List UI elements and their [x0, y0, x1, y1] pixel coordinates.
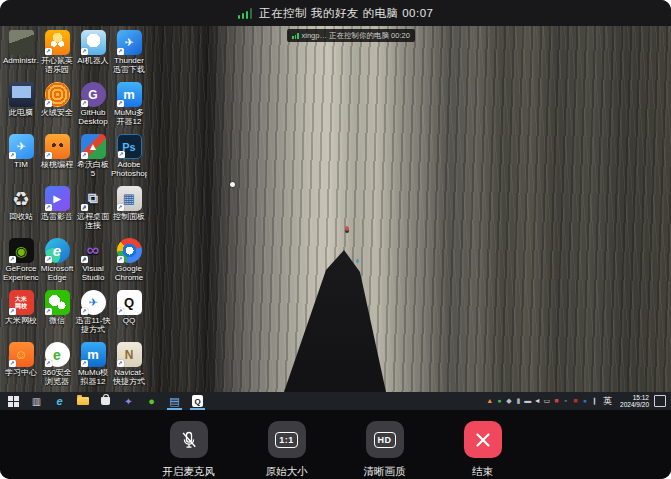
session-status-text: 正在控制 我的好友 的电脑 00:07 [259, 6, 433, 21]
navicat-icon: N [117, 342, 142, 367]
desktop-icon-thunder[interactable]: ✈ Thunder迅雷下载 [111, 30, 147, 82]
360-safe-icon: ● [148, 395, 155, 407]
chat-tray-icon[interactable]: ◆ [504, 392, 514, 410]
remote-session-banner-text: xingp… 正在控制你的电脑 00:20 [302, 31, 410, 41]
hd-quality-button[interactable]: HD 清晰画质 [349, 421, 421, 479]
desktop-icon-thunder-shortcut[interactable]: ✈ 迅雷11-快捷方式 [75, 290, 111, 342]
taskbar-360-safe[interactable]: ● [140, 392, 163, 410]
desktop-icon-media-player[interactable]: ▶ 迅雷影音 [39, 186, 75, 238]
volume-tray-icon[interactable]: ◄ [533, 392, 543, 410]
edge-icon: e [45, 238, 70, 263]
windows-logo-icon [8, 396, 19, 407]
taskbar-store[interactable] [94, 392, 117, 410]
desktop-icon-walnut-coding[interactable]: 核桃编程 [39, 134, 75, 186]
taskbar-edge[interactable]: e [48, 392, 71, 410]
desktop-icon-recycle-bin[interactable]: ♻ 回收站 [3, 186, 39, 238]
photoshop-icon: Ps [117, 134, 142, 159]
shortcut-arrow-badge [45, 308, 52, 315]
shortcut-arrow-badge [45, 48, 52, 55]
climber-red [345, 226, 349, 231]
shortcut-arrow-badge [117, 100, 124, 107]
shortcut-arrow-badge [117, 360, 124, 367]
start-button[interactable] [2, 392, 25, 410]
red-security-tray-icon[interactable]: ■ [552, 392, 562, 410]
desktop-icon-study-center[interactable]: ☺ 学习中心 [3, 342, 39, 394]
store-bag-icon [101, 397, 110, 405]
folder-icon [77, 397, 89, 405]
enable-microphone-button[interactable]: 开启麦克风 [153, 421, 225, 479]
remote-desktop-icon: ⧉ [81, 186, 106, 211]
edge-icon: e [56, 395, 62, 407]
desktop-icon-control-panel[interactable]: ▦ 控制面板 [111, 186, 147, 238]
wechat-icon [45, 290, 70, 315]
one-to-one-icon: 1:1 [275, 432, 298, 448]
usb-tray-icon[interactable]: ❙ [590, 392, 600, 410]
taskbar: ▥ e ✦ ● ▤ Q ▲ ● ◆ ▮ ▬ ◄ ▭ ■ ▫ ■ ● ❙ 英 [0, 392, 671, 410]
enable-microphone-label: 开启麦克风 [162, 465, 215, 479]
desktop-icon-huorong[interactable]: 火绒安全 [39, 82, 75, 134]
desktop-icon-mumu-emulator[interactable]: m MuMu模拟器12 [75, 342, 111, 394]
bars-tray-icon[interactable]: ▮ [514, 392, 524, 410]
shortcut-arrow-badge [117, 256, 124, 263]
mouse-cursor [230, 182, 235, 187]
desktop-icon-github-desktop[interactable]: G GitHub Desktop [75, 82, 111, 134]
huorong-icon [45, 82, 70, 107]
desktop-icon-wechat[interactable]: 微信 [39, 290, 75, 342]
action-center-button[interactable] [654, 395, 666, 407]
desktop-icon-kids-english[interactable]: 开心鼠英语乐园 [39, 30, 75, 82]
remote-tool-icon: ✦ [124, 396, 132, 407]
desktop-icon-photoshop[interactable]: Ps Adobe Photoshop [111, 134, 147, 186]
visual-studio-icon: ∞ [81, 238, 106, 263]
desktop-icon-ai-robot[interactable]: AI机器人 [75, 30, 111, 82]
thunder-shortcut-icon: ✈ [81, 290, 106, 315]
desktop-icon-dami-school[interactable]: 大米网校 大米网校 [3, 290, 39, 342]
user-folder-icon [9, 30, 34, 55]
original-size-label: 原始大小 [266, 465, 308, 479]
end-session-button[interactable]: 结束 [447, 421, 519, 479]
shortcut-arrow-badge [81, 256, 88, 263]
blue-sync-tray-icon[interactable]: ● [580, 392, 590, 410]
desktop-icon-qq[interactable]: Q QQ [111, 290, 147, 342]
desktop-icon-seewo[interactable]: ▲ 希沃白板5 [75, 134, 111, 186]
task-view-button[interactable]: ▥ [25, 392, 48, 410]
desktop-icon-visual-studio[interactable]: ∞ Visual Studio 2019 [75, 238, 111, 290]
taskbar-qq[interactable]: Q [186, 392, 209, 410]
climber-blue [356, 259, 359, 263]
red-app-tray-icon[interactable]: ■ [571, 392, 581, 410]
shortcut-arrow-badge [45, 100, 52, 107]
desktop-icon-mumu-multi[interactable]: m MuMu多开器12 [111, 82, 147, 134]
desktop-icon-360-browser[interactable]: e 360安全浏览器 [39, 342, 75, 394]
thunder-icon: ✈ [117, 30, 142, 55]
task-view-icon: ▥ [32, 396, 41, 407]
desktop-icon-administrator[interactable]: Administr... [3, 30, 39, 82]
shortcut-arrow-badge [45, 152, 52, 159]
desktop-icon-edge[interactable]: e Microsoft Edge [39, 238, 75, 290]
shortcut-arrow-badge [81, 100, 88, 107]
360-browser-icon: e [45, 342, 70, 367]
shortcut-arrow-badge [9, 256, 16, 263]
remote-control-window: 正在控制 我的好友 的电脑 00:07 xingp… 正在控制你的电脑 00:2… [0, 0, 671, 479]
recycle-bin-icon: ♻ [9, 186, 34, 211]
desktop-icon-tim[interactable]: ✈ TIM [3, 134, 39, 186]
box-tray-icon[interactable]: ▫ [561, 392, 571, 410]
panel-tray-icon[interactable]: ▬ [523, 392, 533, 410]
ime-indicator[interactable]: 英 [599, 395, 616, 408]
taskbar-remote-tool[interactable]: ✦ [117, 392, 140, 410]
end-session-label: 结束 [472, 465, 493, 479]
desktop-icon-geforce[interactable]: ◉ GeForce Experience [3, 238, 39, 290]
green-app-tray-icon[interactable]: ● [495, 392, 505, 410]
desktop-icon-chrome[interactable]: Google Chrome [111, 238, 147, 290]
display-tray-icon[interactable]: ▭ [542, 392, 552, 410]
taskbar-remote-client[interactable]: ▤ [163, 392, 186, 410]
remote-desktop-screen[interactable]: xingp… 正在控制你的电脑 00:20 Administr... 开心鼠英语… [0, 26, 671, 410]
nvidia-icon: ◉ [9, 238, 34, 263]
desktop-icon-this-pc[interactable]: 此电脑 [3, 82, 39, 134]
taskbar-file-explorer[interactable] [71, 392, 94, 410]
desktop-icon-remote-desktop[interactable]: ⧉ 远程桌面连接 [75, 186, 111, 238]
clock-time: 15:12 [633, 394, 649, 401]
taskbar-clock[interactable]: 15:12 2024/9/20 [620, 394, 649, 408]
original-size-button[interactable]: 1:1 原始大小 [251, 421, 323, 479]
sunflower-tray-icon[interactable]: ▲ [485, 392, 495, 410]
seewo-icon: ▲ [81, 134, 106, 159]
desktop-icon-navicat[interactable]: N Navicat-快捷方式 [111, 342, 147, 394]
